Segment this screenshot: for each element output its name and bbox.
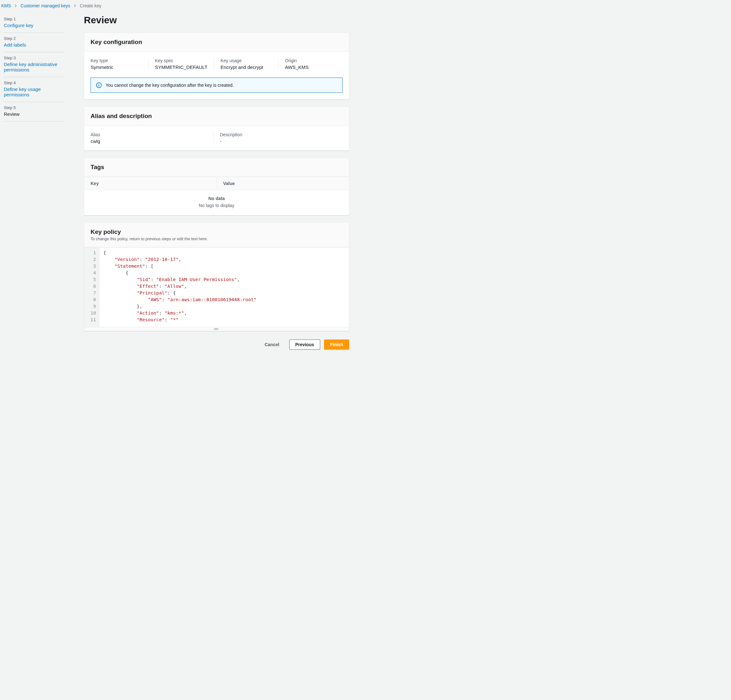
- panel-heading: Tags: [91, 164, 342, 171]
- step-label: Step 5: [4, 105, 65, 110]
- step-label: Step 2: [4, 36, 65, 41]
- breadcrumb-cmk[interactable]: Customer managed keys: [21, 3, 70, 8]
- step-current: Review: [4, 111, 65, 117]
- config-value: Symmetric: [91, 65, 142, 70]
- resize-handle[interactable]: ═: [84, 327, 349, 331]
- panel-tags: Tags Key Value No data No tags to displa…: [84, 157, 349, 215]
- step-link[interactable]: Add labels: [4, 42, 26, 47]
- line-gutter: 1234567891011: [84, 248, 100, 327]
- step-item: Step 4Define key usage permissions: [4, 77, 65, 102]
- cancel-button[interactable]: Cancel: [259, 340, 285, 350]
- code-body[interactable]: { "Version": "2012-10-17", "Statement": …: [100, 248, 260, 327]
- tags-empty: No data No tags to display: [84, 190, 349, 215]
- breadcrumb-kms[interactable]: KMS: [1, 3, 11, 8]
- description-value: -: [220, 138, 336, 144]
- wizard-steps: Step 1Configure keyStep 2Add labelsStep …: [0, 11, 69, 362]
- step-item: Step 2Add labels: [4, 33, 65, 52]
- config-item: Key specSYMMETRIC_DEFAULT: [148, 58, 214, 70]
- info-icon: [96, 82, 102, 88]
- tags-table-header: Key Value: [84, 177, 349, 190]
- step-item: Step 5Review: [4, 102, 65, 122]
- config-label: Key usage: [221, 58, 272, 63]
- step-link[interactable]: Define key usage permissions: [4, 87, 41, 97]
- chevron-right-icon: [14, 4, 17, 7]
- panel-alias-description: Alias and description Alias cwlg Descrip…: [84, 107, 349, 151]
- main-content: Review Key configuration Key typeSymmetr…: [69, 11, 355, 362]
- alias-value: cwlg: [91, 138, 207, 144]
- step-item: Step 3Define key administrative permissi…: [4, 52, 65, 77]
- wizard-footer: Cancel Previous Finish: [84, 338, 349, 356]
- panel-key-policy: Key policy To change this policy, return…: [84, 222, 349, 331]
- panel-heading: Alias and description: [91, 113, 342, 120]
- chevron-right-icon: [73, 4, 76, 7]
- config-value: SYMMETRIC_DEFAULT: [155, 65, 208, 70]
- panel-heading: Key policy: [91, 228, 342, 235]
- alias-label: Alias: [91, 132, 207, 137]
- config-label: Key type: [91, 58, 142, 63]
- page-title: Review: [84, 15, 349, 25]
- description-label: Description: [220, 132, 336, 137]
- step-label: Step 1: [4, 16, 65, 21]
- config-value: AWS_KMS: [285, 65, 336, 70]
- tags-col-key: Key: [84, 177, 217, 190]
- config-item: Key usageEncrypt and decrypt: [214, 58, 279, 70]
- tags-empty-title: No data: [84, 196, 349, 201]
- panel-heading: Key configuration: [91, 38, 342, 46]
- previous-button[interactable]: Previous: [289, 340, 320, 350]
- svg-rect-2: [98, 85, 99, 87]
- step-item: Step 1Configure key: [4, 13, 65, 33]
- step-link[interactable]: Configure key: [4, 23, 34, 28]
- tags-empty-sub: No tags to display: [84, 203, 349, 208]
- svg-point-1: [98, 84, 99, 84]
- policy-editor[interactable]: 1234567891011 { "Version": "2012-10-17",…: [84, 247, 349, 327]
- config-item: Key typeSymmetric: [91, 58, 148, 70]
- step-label: Step 3: [4, 56, 65, 60]
- config-label: Key spec: [155, 58, 208, 63]
- breadcrumb-current: Create key: [80, 3, 101, 8]
- breadcrumb: KMS Customer managed keys Create key: [0, 0, 731, 11]
- tags-col-value: Value: [217, 177, 349, 190]
- info-text: You cannot change the key configuration …: [106, 82, 234, 88]
- config-item: OriginAWS_KMS: [278, 58, 342, 70]
- step-link[interactable]: Define key administrative permissions: [4, 62, 57, 72]
- config-label: Origin: [285, 58, 336, 63]
- config-value: Encrypt and decrypt: [221, 65, 272, 70]
- panel-subtitle: To change this policy, return to previou…: [91, 237, 342, 241]
- step-label: Step 4: [4, 80, 65, 85]
- panel-key-configuration: Key configuration Key typeSymmetricKey s…: [84, 32, 349, 100]
- finish-button[interactable]: Finish: [324, 340, 349, 350]
- info-box: You cannot change the key configuration …: [91, 78, 342, 93]
